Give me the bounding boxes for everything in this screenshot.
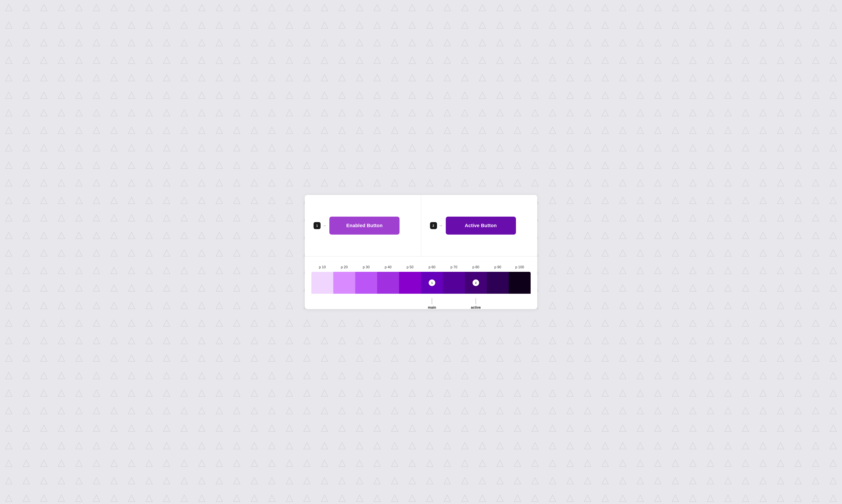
palette-label-p50: p 50 — [399, 265, 421, 269]
swatch-badge-2: 2 — [472, 280, 479, 286]
swatch-p30 — [355, 272, 377, 294]
palette-labels: p 10 p 20 p 30 p 40 p 50 p 60 p 70 p 80 … — [311, 265, 531, 269]
swatch-badge-1: 1 — [429, 280, 435, 286]
palette-label-p10: p 10 — [311, 265, 333, 269]
palette-label-p60: p 60 — [421, 265, 443, 269]
palette-label-p70: p 70 — [443, 265, 465, 269]
arrow-2: → — [437, 223, 446, 228]
swatch-p60: 1 — [421, 272, 443, 294]
swatch-p100 — [509, 272, 531, 294]
palette-label-p20: p 20 — [333, 265, 355, 269]
swatch-p70 — [443, 272, 465, 294]
palette-swatches: 1 2 — [311, 272, 531, 294]
legend-active: active — [471, 298, 481, 309]
badge-1: 1 — [313, 222, 321, 229]
main-card: 1 → Enabled Button 2 → Active Button p 1… — [305, 195, 537, 309]
swatch-p80: 2 — [465, 272, 487, 294]
arrow-1: → — [321, 223, 329, 228]
legend-label-main: main — [428, 306, 436, 309]
swatch-p90 — [487, 272, 509, 294]
palette-label-p100: p 100 — [509, 265, 531, 269]
palette-legend: main active — [311, 294, 531, 309]
swatch-p10 — [311, 272, 333, 294]
swatch-p20 — [333, 272, 355, 294]
palette-label-p80: p 80 — [465, 265, 487, 269]
legend-main: main — [428, 298, 436, 309]
active-panel: 2 → Active Button — [421, 195, 537, 256]
enabled-panel: 1 → Enabled Button — [305, 195, 421, 256]
palette-label-p30: p 30 — [355, 265, 377, 269]
legend-label-active: active — [471, 306, 481, 309]
palette-label-p90: p 90 — [487, 265, 509, 269]
swatch-p40 — [377, 272, 399, 294]
demo-area: 1 → Enabled Button 2 → Active Button — [305, 195, 537, 256]
palette-area: p 10 p 20 p 30 p 40 p 50 p 60 p 70 p 80 … — [305, 256, 537, 309]
active-button[interactable]: Active Button — [446, 217, 516, 235]
badge-2: 2 — [430, 222, 437, 229]
swatch-p50 — [399, 272, 421, 294]
enabled-button[interactable]: Enabled Button — [329, 217, 399, 235]
palette-label-p40: p 40 — [377, 265, 399, 269]
